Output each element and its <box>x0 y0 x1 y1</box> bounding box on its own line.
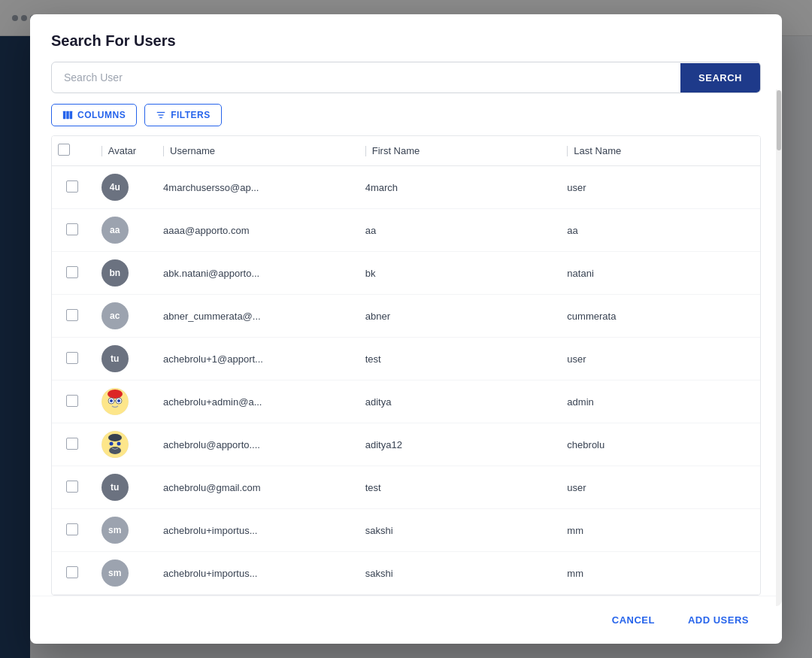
row-checkbox[interactable] <box>66 523 78 535</box>
lastname-cell: user <box>558 338 760 381</box>
filters-button[interactable]: FILTERS <box>144 104 222 126</box>
lastname-cell: aa <box>558 209 760 252</box>
avatar-cell: tu <box>92 338 154 381</box>
firstname-cell: bk <box>356 252 559 295</box>
table-row: tuachebrolu@gmail.comtestuser <box>52 466 760 509</box>
modal-header: Search For Users <box>30 14 782 62</box>
table-row: achebrolu+admin@a...adityaadmin <box>52 381 760 423</box>
lastname-cell: chebrolu <box>558 423 760 466</box>
avatar-cell: aa <box>92 209 154 252</box>
username-cell: aaaa@apporto.com <box>154 209 356 252</box>
avatar-cell: ac <box>92 295 154 338</box>
toolbar: COLUMNS FILTERS <box>51 104 761 126</box>
col-lastname: Last Name <box>558 136 760 166</box>
username-cell: achebrolu+importus... <box>154 552 356 595</box>
svg-point-10 <box>110 399 113 402</box>
row-checkbox[interactable] <box>66 438 78 450</box>
avatar <box>102 388 129 415</box>
svg-rect-1 <box>66 111 69 120</box>
username-cell: achebrolu@apporto.... <box>154 423 356 466</box>
lastname-cell: user <box>558 166 760 209</box>
username-cell: abner_cummerata@... <box>154 295 356 338</box>
row-checkbox[interactable] <box>66 395 78 407</box>
row-checkbox[interactable] <box>66 481 78 493</box>
table-body: 4u4marchusersso@ap...4marchuseraaaaaa@ap… <box>52 166 760 595</box>
svg-point-14 <box>108 434 122 441</box>
row-checkbox[interactable] <box>66 309 78 321</box>
modal-body: SEARCH COLUMNS <box>30 62 782 596</box>
row-checkbox[interactable] <box>66 566 78 578</box>
username-cell: achebrolu+1@apport... <box>154 338 356 381</box>
filters-icon <box>156 110 166 120</box>
firstname-cell: aditya12 <box>356 423 559 466</box>
select-all-checkbox[interactable] <box>58 144 70 156</box>
table-row: aaaaaa@apporto.comaaaa <box>52 209 760 252</box>
row-checkbox[interactable] <box>66 266 78 278</box>
svg-point-11 <box>117 399 120 402</box>
avatar: sm <box>102 559 129 587</box>
firstname-cell: test <box>356 466 559 509</box>
username-cell: 4marchusersso@ap... <box>154 166 356 209</box>
avatar-cell <box>92 423 154 466</box>
add-users-button[interactable]: ADD USERS <box>676 608 761 632</box>
lastname-cell: admin <box>558 381 760 423</box>
search-users-modal: Search For Users SEARCH COLUMNS <box>30 14 782 644</box>
avatar: sm <box>102 517 129 544</box>
firstname-cell: test <box>356 338 559 381</box>
avatar: tu <box>102 345 129 372</box>
table-row: bnabk.natani@apporto...bknatani <box>52 252 760 295</box>
col-username: Username <box>154 136 356 166</box>
search-bar: SEARCH <box>51 62 761 93</box>
lastname-cell: user <box>558 466 760 509</box>
table-row: smachebrolu+importus...sakshimm <box>52 552 760 595</box>
table-header: Avatar Username First Name Last Name <box>52 136 760 166</box>
search-input[interactable] <box>52 62 680 92</box>
avatar-cell <box>92 381 154 423</box>
svg-rect-0 <box>63 111 66 120</box>
col-firstname: First Name <box>356 136 559 166</box>
table-row: smachebrolu+importus...sakshimm <box>52 509 760 552</box>
avatar: ac <box>102 302 129 329</box>
avatar-cell: tu <box>92 466 154 509</box>
cancel-button[interactable]: CANCEL <box>600 608 667 632</box>
table-row: 4u4marchusersso@ap...4marchuser <box>52 166 760 209</box>
avatar-cell: 4u <box>92 166 154 209</box>
lastname-cell: cummerata <box>558 295 760 338</box>
search-button[interactable]: SEARCH <box>680 63 760 92</box>
firstname-cell: aditya <box>356 381 559 423</box>
row-checkbox[interactable] <box>66 180 78 193</box>
avatar: 4u <box>102 174 129 201</box>
firstname-cell: aa <box>356 209 559 252</box>
avatar: aa <box>102 217 129 244</box>
lastname-cell: mm <box>558 509 760 552</box>
lastname-cell: mm <box>558 552 760 595</box>
users-table: Avatar Username First Name Last Name 4u4… <box>52 136 760 595</box>
avatar: bn <box>102 259 129 287</box>
table-row: tuachebrolu+1@apport...testuser <box>52 338 760 381</box>
firstname-cell: 4march <box>356 166 559 209</box>
username-cell: achebrolu@gmail.com <box>154 466 356 509</box>
modal-scrollbar <box>776 89 782 606</box>
col-avatar: Avatar <box>92 136 154 166</box>
avatar-cell: sm <box>92 552 154 595</box>
lastname-cell: natani <box>558 252 760 295</box>
table-row: acabner_cummerata@...abnercummerata <box>52 295 760 338</box>
columns-button[interactable]: COLUMNS <box>51 104 137 126</box>
avatar-cell: sm <box>92 509 154 552</box>
username-cell: achebrolu+importus... <box>154 509 356 552</box>
table-row: achebrolu@apporto....aditya12chebrolu <box>52 423 760 466</box>
firstname-cell: abner <box>356 295 559 338</box>
firstname-cell: sakshi <box>356 552 559 595</box>
row-checkbox[interactable] <box>66 223 78 235</box>
modal-overlay: Search For Users SEARCH COLUMNS <box>0 0 812 658</box>
svg-point-17 <box>109 447 121 454</box>
username-cell: abk.natani@apporto... <box>154 252 356 295</box>
username-cell: achebrolu+admin@a... <box>154 381 356 423</box>
modal-title: Search For Users <box>51 32 761 50</box>
svg-point-16 <box>117 442 120 446</box>
svg-point-7 <box>108 390 123 399</box>
avatar <box>102 431 129 458</box>
users-table-container: Avatar Username First Name Last Name 4u4… <box>51 135 761 596</box>
columns-icon <box>62 110 73 120</box>
row-checkbox[interactable] <box>66 352 78 364</box>
